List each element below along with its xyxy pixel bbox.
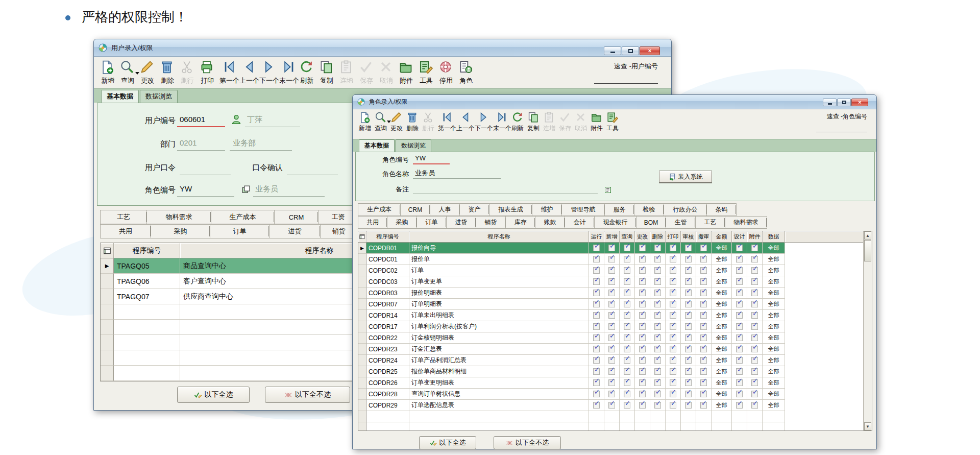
permission-cell-撤审[interactable]: ✓ [696,243,712,254]
program-name-cell[interactable]: 订单 [409,265,589,276]
permission-checkbox[interactable]: ✓ [624,346,630,352]
permission-cell-查询[interactable]: ✓ [620,366,635,377]
program-code-cell[interactable]: TPAGQ06 [114,274,180,289]
program-name-cell[interactable]: 订金汇总表 [409,344,589,355]
permission-cell-金额[interactable]: 全部 [712,355,732,366]
category-tab-人事[interactable]: 人事 [430,203,460,216]
deselect-all-button[interactable]: 以下全不选 [494,436,561,449]
permission-checkbox[interactable]: ✓ [670,379,676,386]
permission-checkbox[interactable]: ✓ [593,357,600,364]
row-selector[interactable] [358,400,366,411]
permission-checkbox[interactable]: ✓ [700,245,707,251]
permission-checkbox[interactable]: ✓ [654,256,661,262]
permission-checkbox[interactable]: ✓ [670,267,676,274]
toolbar-button-nav-prev[interactable]: 上一个 [239,60,259,85]
role-code-underline[interactable] [413,155,450,164]
program-code-cell[interactable]: COPDR14 [366,310,409,321]
permission-checkbox[interactable]: ✓ [624,379,630,386]
permission-checkbox[interactable]: ✓ [670,256,676,262]
permission-cell-运行[interactable]: ✓ [589,355,604,366]
permission-cell-查询[interactable]: ✓ [620,265,635,276]
permission-cell-删除[interactable]: ✓ [650,389,666,400]
program-name-cell[interactable]: 查询订单树状信息 [409,389,589,400]
table-row[interactable]: COPDR23订金汇总表✓✓✓✓✓✓✓✓全部✓✓全部 [358,344,872,355]
title-bar[interactable]: 角色录入/权限 × [353,95,876,109]
permission-cell-查询[interactable]: ✓ [620,310,635,321]
program-code-cell[interactable]: COPDC03 [366,276,409,288]
category-tab-采购[interactable]: 采购 [387,216,417,229]
permission-cell-删除[interactable]: ✓ [650,332,666,344]
permission-checkbox[interactable]: ✓ [624,301,630,307]
permission-checkbox[interactable]: ✓ [736,334,743,341]
quick-search-input[interactable] [594,83,658,84]
permission-cell-金额[interactable]: 全部 [712,377,732,389]
permission-checkbox[interactable]: ✓ [608,357,615,364]
permission-cell-查询[interactable]: ✓ [620,332,635,344]
permission-cell-数据[interactable]: 全部 [763,243,785,254]
program-name-cell[interactable]: 订单明细表 [409,299,589,310]
category-tab-订单[interactable]: 订单 [210,224,270,238]
permission-checkbox[interactable]: ✓ [670,245,676,251]
permission-cell-删除[interactable]: ✓ [650,355,666,366]
permission-checkbox[interactable]: ✓ [736,391,743,397]
permission-cell-运行[interactable]: ✓ [589,377,604,389]
permission-cell-附件[interactable]: ✓ [747,400,763,411]
permission-cell-设计[interactable]: ✓ [732,332,747,344]
permission-checkbox[interactable]: ✓ [685,357,692,364]
program-code-cell[interactable]: COPDC01 [366,254,409,265]
permission-cell-打印[interactable]: ✓ [666,389,681,400]
category-tab-会计[interactable]: 会计 [565,216,595,229]
permission-checkbox[interactable]: ✓ [751,391,758,397]
program-code-cell[interactable]: COPDR22 [366,332,409,344]
permission-checkbox[interactable]: ✓ [700,391,707,397]
toolbar-button-folder[interactable]: 附件 [591,111,603,133]
permission-cell-更改[interactable]: ✓ [635,377,650,389]
permission-checkbox[interactable]: ✓ [685,267,692,274]
permission-cell-更改[interactable]: ✓ [635,355,650,366]
category-tab-管理导航[interactable]: 管理导航 [562,203,605,216]
permission-cell-查询[interactable]: ✓ [620,276,635,288]
permission-cell-数据[interactable]: 全部 [763,265,785,276]
permission-cell-打印[interactable]: ✓ [666,344,681,355]
permission-cell-更改[interactable]: ✓ [635,400,650,411]
permission-cell-审核[interactable]: ✓ [681,321,696,332]
permission-cell-新增[interactable]: ✓ [604,265,620,276]
column-header-更改[interactable]: 更改 [635,231,650,243]
toolbar-button-nav-next[interactable]: 下一个 [475,111,493,133]
toolbar-button-folder[interactable]: 附件 [399,60,414,85]
user-code-underline[interactable] [177,117,225,127]
permission-cell-审核[interactable]: ✓ [681,299,696,310]
permission-checkbox[interactable]: ✓ [736,256,743,262]
permission-checkbox[interactable]: ✓ [639,402,646,409]
permission-checkbox[interactable]: ✓ [654,278,661,285]
program-code-cell[interactable]: COPDR28 [366,389,409,400]
permission-cell-新增[interactable]: ✓ [604,321,620,332]
permission-checkbox[interactable]: ✓ [751,402,758,409]
close-button[interactable]: × [851,99,868,106]
row-selector[interactable] [358,254,366,265]
permission-checkbox[interactable]: ✓ [700,357,707,364]
permission-checkbox[interactable]: ✓ [608,290,615,296]
permission-cell-附件[interactable]: ✓ [747,288,763,299]
permission-cell-审核[interactable]: ✓ [681,254,696,265]
permission-checkbox[interactable]: ✓ [736,357,743,364]
permission-checkbox[interactable]: ✓ [639,379,646,386]
permission-checkbox[interactable]: ✓ [593,245,600,251]
permission-cell-打印[interactable]: ✓ [666,254,681,265]
permission-checkbox[interactable]: ✓ [685,346,692,352]
program-code-cell[interactable]: COPDC02 [366,265,409,276]
permission-cell-删除[interactable]: ✓ [650,321,666,332]
permission-cell-设计[interactable]: ✓ [732,377,747,389]
permission-checkbox[interactable]: ✓ [654,368,661,375]
permission-checkbox[interactable]: ✓ [593,267,600,274]
table-row[interactable]: COPDR28查询订单树状信息✓✓✓✓✓✓✓✓全部✓✓全部 [358,389,872,400]
toolbar-button-copy[interactable]: 复制 [319,60,334,85]
permission-checkbox[interactable]: ✓ [624,312,630,319]
permission-checkbox[interactable]: ✓ [700,346,707,352]
toolbar-button-nav-prev[interactable]: 上一个 [456,111,475,133]
category-tab-进货[interactable]: 进货 [270,224,321,238]
permission-checkbox[interactable]: ✓ [685,256,692,262]
permission-cell-新增[interactable]: ✓ [604,310,620,321]
permission-cell-撤审[interactable]: ✓ [696,389,712,400]
permission-cell-金额[interactable]: 全部 [712,276,732,288]
